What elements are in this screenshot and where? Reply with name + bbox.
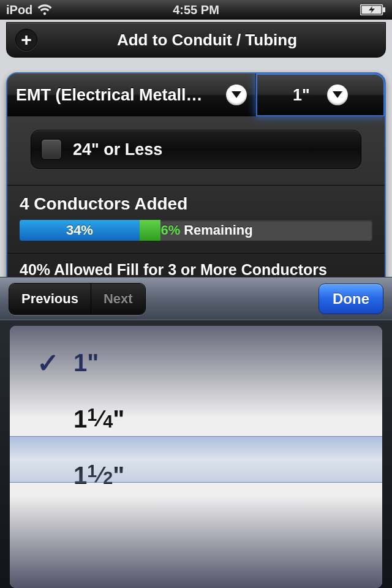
picker-option[interactable]: 3⁄4" — [10, 326, 382, 334]
allowed-fill-title: 40% Allowed Fill for 3 or More Conductor… — [20, 261, 372, 279]
wifi-icon — [37, 4, 52, 15]
svg-rect-1 — [383, 7, 385, 12]
next-button[interactable]: Next — [91, 284, 145, 314]
check-icon: ✓ — [34, 347, 61, 379]
plus-circle-icon: + — [15, 29, 37, 51]
fill-progress-bar: 34% 6% Remaining — [20, 220, 372, 241]
used-pct-label: 34% — [20, 220, 140, 241]
prev-next-segment: Previous Next — [9, 283, 146, 315]
battery-icon — [360, 4, 386, 15]
remaining-word: Remaining — [184, 222, 252, 238]
clock: 4:55 PM — [173, 3, 219, 17]
chevron-down-icon — [327, 85, 348, 105]
svg-marker-5 — [333, 91, 342, 98]
conductors-section: 4 Conductors Added 34% 6% Remaining — [7, 186, 385, 254]
done-button[interactable]: Done — [318, 284, 383, 314]
picker-option[interactable]: ✓1" — [10, 334, 382, 391]
conduit-size-dropdown[interactable]: 1" — [256, 74, 385, 116]
previous-button[interactable]: Previous — [9, 284, 91, 314]
picker-option[interactable]: 1 1⁄2" — [10, 447, 382, 503]
conductors-title: 4 Conductors Added — [20, 194, 372, 214]
remaining-pct-label: 6% — [160, 222, 180, 238]
size-picker[interactable]: 1⁄2"3⁄4"✓1"1 1⁄4"1 1⁄2" — [10, 326, 382, 588]
chevron-down-icon — [226, 85, 247, 105]
length-24-label: 24" or Less — [73, 140, 162, 159]
conduit-type-label: EMT (Electrical Metall… — [16, 86, 219, 105]
checkbox-icon — [41, 139, 62, 160]
size-picker-container: 1⁄2"3⁄4"✓1"1 1⁄4"1 1⁄2" — [0, 321, 392, 588]
length-24-toggle[interactable]: 24" or Less — [31, 130, 361, 169]
svg-marker-4 — [232, 91, 241, 98]
picker-toolbar: Previous Next Done — [0, 277, 392, 321]
picker-option[interactable]: 1 1⁄4" — [10, 391, 382, 447]
add-to-conduit-button[interactable]: + Add to Conduit / Tubing — [6, 22, 386, 58]
status-bar: iPod 4:55 PM — [0, 0, 392, 20]
conduit-type-dropdown[interactable]: EMT (Electrical Metall… — [7, 74, 256, 116]
conduit-size-label: 1" — [293, 86, 310, 105]
add-to-conduit-label: Add to Conduit / Tubing — [37, 31, 377, 50]
device-label: iPod — [6, 3, 32, 17]
